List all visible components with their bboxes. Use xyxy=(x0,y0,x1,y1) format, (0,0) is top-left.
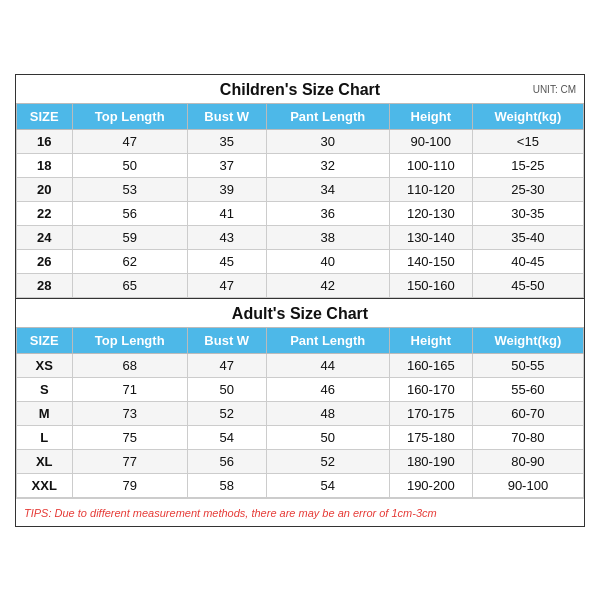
table-cell: 45 xyxy=(187,249,266,273)
table-cell: 52 xyxy=(187,401,266,425)
table-cell: XXL xyxy=(17,473,73,497)
table-cell: 42 xyxy=(266,273,389,297)
children-col-weight: Weight(kg) xyxy=(472,103,583,129)
table-cell: 43 xyxy=(187,225,266,249)
table-cell: 120-130 xyxy=(389,201,472,225)
table-cell: 34 xyxy=(266,177,389,201)
table-cell: 75 xyxy=(72,425,187,449)
table-row: XS684744160-16550-55 xyxy=(17,353,584,377)
table-cell: 45-50 xyxy=(472,273,583,297)
table-cell: 140-150 xyxy=(389,249,472,273)
table-row: S715046160-17055-60 xyxy=(17,377,584,401)
table-cell: 56 xyxy=(72,201,187,225)
children-col-size: SIZE xyxy=(17,103,73,129)
table-row: 24594338130-14035-40 xyxy=(17,225,584,249)
children-col-top: Top Length xyxy=(72,103,187,129)
table-row: XL775652180-19080-90 xyxy=(17,449,584,473)
children-header-row: SIZE Top Length Bust W Pant Length Heigh… xyxy=(17,103,584,129)
table-cell: 62 xyxy=(72,249,187,273)
table-cell: 170-175 xyxy=(389,401,472,425)
table-cell: 22 xyxy=(17,201,73,225)
table-cell: 65 xyxy=(72,273,187,297)
table-cell: 47 xyxy=(187,273,266,297)
table-cell: 37 xyxy=(187,153,266,177)
table-cell: 130-140 xyxy=(389,225,472,249)
table-cell: 175-180 xyxy=(389,425,472,449)
table-cell: M xyxy=(17,401,73,425)
table-row: 22564136120-13030-35 xyxy=(17,201,584,225)
table-row: XXL795854190-20090-100 xyxy=(17,473,584,497)
adult-col-size: SIZE xyxy=(17,327,73,353)
table-row: 1647353090-100<15 xyxy=(17,129,584,153)
adult-col-height: Height xyxy=(389,327,472,353)
adult-header-row: SIZE Top Length Bust W Pant Length Heigh… xyxy=(17,327,584,353)
table-cell: 50 xyxy=(72,153,187,177)
table-row: 28654742150-16045-50 xyxy=(17,273,584,297)
adult-table: SIZE Top Length Bust W Pant Length Heigh… xyxy=(16,327,584,498)
table-cell: 160-165 xyxy=(389,353,472,377)
table-cell: 60-70 xyxy=(472,401,583,425)
table-cell: 26 xyxy=(17,249,73,273)
table-cell: 150-160 xyxy=(389,273,472,297)
table-cell: XS xyxy=(17,353,73,377)
table-cell: 54 xyxy=(266,473,389,497)
table-cell: 70-80 xyxy=(472,425,583,449)
table-cell: 53 xyxy=(72,177,187,201)
adult-col-pant: Pant Length xyxy=(266,327,389,353)
table-cell: 40-45 xyxy=(472,249,583,273)
table-cell: 50 xyxy=(187,377,266,401)
table-cell: 20 xyxy=(17,177,73,201)
table-cell: 47 xyxy=(187,353,266,377)
table-cell: XL xyxy=(17,449,73,473)
adult-col-bust: Bust W xyxy=(187,327,266,353)
table-cell: 100-110 xyxy=(389,153,472,177)
size-chart: Children's Size Chart UNIT: CM SIZE Top … xyxy=(15,74,585,527)
table-row: L755450175-18070-80 xyxy=(17,425,584,449)
table-cell: 16 xyxy=(17,129,73,153)
adult-col-top: Top Length xyxy=(72,327,187,353)
table-cell: 46 xyxy=(266,377,389,401)
table-cell: 24 xyxy=(17,225,73,249)
adult-title: Adult's Size Chart xyxy=(232,305,368,322)
table-cell: 52 xyxy=(266,449,389,473)
table-cell: 30 xyxy=(266,129,389,153)
children-table: SIZE Top Length Bust W Pant Length Heigh… xyxy=(16,103,584,298)
table-cell: 71 xyxy=(72,377,187,401)
table-cell: 55-60 xyxy=(472,377,583,401)
table-cell: 79 xyxy=(72,473,187,497)
table-cell: 15-25 xyxy=(472,153,583,177)
table-cell: 40 xyxy=(266,249,389,273)
table-cell: 48 xyxy=(266,401,389,425)
table-cell: 38 xyxy=(266,225,389,249)
unit-label: UNIT: CM xyxy=(533,83,576,94)
tips-text: TIPS: Due to different measurement metho… xyxy=(24,507,437,519)
table-cell: 73 xyxy=(72,401,187,425)
table-cell: 80-90 xyxy=(472,449,583,473)
table-cell: 18 xyxy=(17,153,73,177)
table-cell: 47 xyxy=(72,129,187,153)
table-cell: 90-100 xyxy=(389,129,472,153)
children-col-bust: Bust W xyxy=(187,103,266,129)
table-cell: 39 xyxy=(187,177,266,201)
table-cell: L xyxy=(17,425,73,449)
table-cell: 35-40 xyxy=(472,225,583,249)
adult-section-title-row: Adult's Size Chart xyxy=(16,298,584,327)
table-cell: 160-170 xyxy=(389,377,472,401)
table-cell: 90-100 xyxy=(472,473,583,497)
table-cell: 68 xyxy=(72,353,187,377)
table-cell: 36 xyxy=(266,201,389,225)
table-cell: 50-55 xyxy=(472,353,583,377)
children-title: Children's Size Chart xyxy=(220,81,380,98)
table-cell: 44 xyxy=(266,353,389,377)
table-cell: 30-35 xyxy=(472,201,583,225)
adult-col-weight: Weight(kg) xyxy=(472,327,583,353)
table-cell: 77 xyxy=(72,449,187,473)
table-cell: 50 xyxy=(266,425,389,449)
table-row: 18503732100-11015-25 xyxy=(17,153,584,177)
table-cell: 28 xyxy=(17,273,73,297)
table-cell: 41 xyxy=(187,201,266,225)
children-col-height: Height xyxy=(389,103,472,129)
table-cell: <15 xyxy=(472,129,583,153)
table-cell: 59 xyxy=(72,225,187,249)
table-cell: 58 xyxy=(187,473,266,497)
